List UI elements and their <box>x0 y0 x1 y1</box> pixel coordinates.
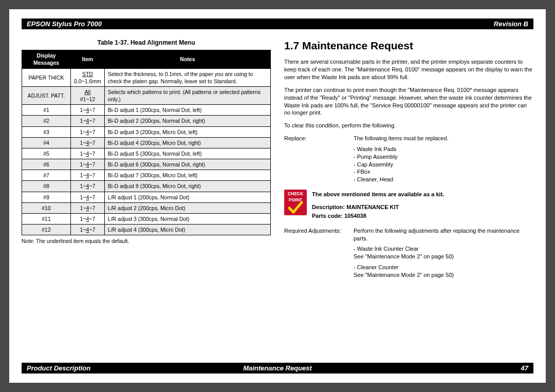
replace-value: The following items must be replaced. - … <box>354 135 533 183</box>
table-row: #41~4~7Bi-D adjust 4 (200cps, Micro Dot,… <box>22 137 271 148</box>
table-row: #61~4~7Bi-D adjust 6 (300cps, Normal Dot… <box>22 159 271 170</box>
head-alignment-table: Display Messages Item Notes PAPER THICK … <box>22 50 271 235</box>
table-row: #121~4~7L/R adjust 4 (300cps, Micro Dot) <box>22 225 271 235</box>
table-row: #51~4~7Bi-D adjust 5 (300cps, Normal Dot… <box>22 148 271 159</box>
table-title: Table 1-37. Head Alignment Menu <box>22 39 271 47</box>
adjustments-value: Perform the following adjustments after … <box>354 227 533 279</box>
paragraph-1: There are several consumable parts in th… <box>284 58 533 81</box>
adjustments-label: Required Adjustments: <box>284 227 354 279</box>
replace-row: Replace: The following items must be rep… <box>284 135 533 183</box>
footer-right: 47 <box>363 364 528 372</box>
header-bar: EPSON Stylus Pro 7000 Revision B <box>22 18 533 29</box>
checkpoint-icon: CHECK POINT <box>284 190 307 215</box>
table-row: #11~4~7Bi-D adjust 1 (200cps, Normal Dot… <box>22 105 271 116</box>
header-left: EPSON Stylus Pro 7000 <box>27 20 102 28</box>
section-heading: 1.7 Maintenance Request <box>284 39 533 53</box>
footer-bar: Product Description Maintenance Request … <box>22 363 533 374</box>
adjustments-row: Required Adjustments: Perform the follow… <box>284 227 533 279</box>
table-row: #91~4~7L/R adjust 1 (200cps, Normal Dot) <box>22 192 271 202</box>
document-page: EPSON Stylus Pro 7000 Revision B Table 1… <box>9 9 546 383</box>
table-row: #101~4~7L/R adjust 2 (200cps, Micro Dot) <box>22 202 271 213</box>
left-column: Table 1-37. Head Alignment Menu Display … <box>22 39 271 281</box>
paragraph-2: The printer can continue to print even t… <box>284 86 533 117</box>
table-note: Note: The underlined item equals the def… <box>22 237 271 245</box>
footer-left: Product Description <box>27 364 192 372</box>
table-row: #71~4~7Bi-D adjust 7 (300cps, Micro Dot,… <box>22 170 271 181</box>
checkpoint-text: The above mentioned items are available … <box>312 190 444 221</box>
footer-center: Maintenance Request <box>192 364 363 372</box>
th-item: Item <box>71 50 105 68</box>
th-display: Display Messages <box>22 50 71 68</box>
table-row: PAPER THICK STD0.0~1.6mm Select the thic… <box>22 68 271 86</box>
table-row: #21~4~7Bi-D adjust 2 (200cps, Normal Dot… <box>22 116 271 126</box>
table-row: ADJUST. PATT. All#1~12 Selects which pat… <box>22 86 271 104</box>
checkpoint-box: CHECK POINT The above mentioned items ar… <box>284 190 533 221</box>
replace-label: Replace: <box>284 135 354 183</box>
checkmark-icon <box>288 201 303 214</box>
header-right: Revision B <box>494 20 528 28</box>
th-notes: Notes <box>104 50 270 68</box>
table-row: #111~4~7L/R adjust 3 (300cps, Normal Dot… <box>22 213 271 224</box>
paragraph-3: To clear this condition, perform the fol… <box>284 122 533 129</box>
table-row: #31~4~7Bi-D adjust 3 (200cps, Micro Dot,… <box>22 126 271 137</box>
table-row: #81~4~7Bi-D adjust 8 (300cps, Micro Dot,… <box>22 181 271 192</box>
content-area: Table 1-37. Head Alignment Menu Display … <box>22 39 533 281</box>
right-column: 1.7 Maintenance Request There are severa… <box>284 39 533 281</box>
